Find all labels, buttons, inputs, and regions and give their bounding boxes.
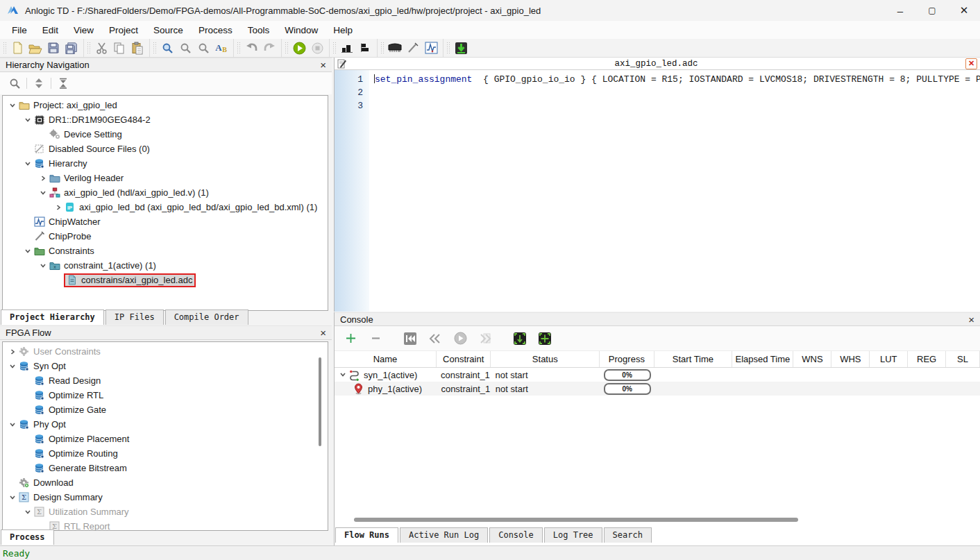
cut-button[interactable] [93, 40, 110, 56]
skip-to-start-button[interactable] [400, 330, 421, 348]
fpga-flow-close-icon[interactable]: × [320, 328, 326, 338]
save-button[interactable] [45, 40, 62, 56]
tree-item[interactable]: xconstraint_1(active) (1) [3, 258, 328, 273]
chevron-right-icon[interactable] [7, 348, 18, 355]
menu-view[interactable]: View [66, 23, 101, 37]
tree-item[interactable]: ChipWatcher [3, 214, 328, 229]
chevron-down-icon[interactable] [7, 363, 18, 370]
tree-item[interactable]: Optimize Gate [3, 402, 328, 417]
close-button[interactable]: ✕ [948, 0, 980, 21]
column-header-sl[interactable]: SL [946, 351, 980, 367]
tab-flow-runs[interactable]: Flow Runs [335, 527, 398, 543]
tree-item[interactable]: ΣUtilization Summary [3, 504, 328, 519]
tree-item[interactable]: IPaxi_gpio_led_bd (axi_gpio_led_bd/axi_g… [3, 200, 328, 214]
tree-item[interactable]: Optimize Routing [3, 446, 328, 461]
save-all-button[interactable] [63, 40, 80, 56]
zoom-button[interactable] [159, 40, 176, 56]
tree-item[interactable]: Verilog Header [3, 171, 328, 185]
chevron-down-icon[interactable] [7, 102, 18, 109]
tree-item[interactable]: Project: axi_gpio_led [3, 98, 328, 112]
menu-help[interactable]: Help [326, 23, 360, 37]
column-header-reg[interactable]: REG [908, 351, 946, 367]
column-header-name[interactable]: Name [335, 351, 437, 367]
tree-item[interactable]: Device Setting [3, 127, 328, 142]
run-selected-button[interactable] [509, 330, 530, 348]
chevron-down-icon[interactable] [37, 262, 49, 269]
step-back-button[interactable] [425, 330, 446, 348]
tab-ip-files[interactable]: IP Files [105, 309, 164, 325]
column-header-progress[interactable]: Progress [600, 351, 654, 367]
redo-button[interactable] [261, 40, 278, 56]
table-row[interactable]: syn_1(active)constraint_1not start0% [335, 368, 980, 382]
chevron-down-icon[interactable] [7, 494, 18, 501]
menu-window[interactable]: Window [277, 23, 326, 37]
chevron-down-icon[interactable] [22, 248, 33, 255]
tab-active-run-log[interactable]: Active Run Log [400, 527, 488, 543]
copy-button[interactable] [111, 40, 128, 56]
paste-button[interactable] [129, 40, 146, 56]
column-header-wns[interactable]: WNS [793, 351, 831, 367]
fpga-flow-scrollbar[interactable] [319, 357, 321, 446]
tree-item[interactable]: Generate Bitstream [3, 461, 328, 475]
chip-tool-button[interactable] [387, 40, 403, 56]
column-header-start-time[interactable]: Start Time [654, 351, 733, 367]
remove-run-button[interactable] [365, 330, 386, 348]
menu-edit[interactable]: Edit [35, 23, 66, 37]
chevron-down-icon[interactable] [22, 160, 33, 167]
chevron-right-icon[interactable] [53, 204, 64, 211]
tree-item[interactable]: Optimize RTL [3, 388, 328, 402]
tab-project-hierarchy[interactable]: Project Hierarchy [1, 309, 104, 325]
tree-item[interactable]: Hierarchy [3, 156, 328, 171]
step-forward-button[interactable] [475, 330, 496, 348]
maximize-button[interactable]: ▢ [916, 0, 948, 21]
column-header-elapsed-time[interactable]: Elapsed Time [732, 351, 793, 367]
waveform-tool-button[interactable] [423, 40, 439, 56]
tree-item[interactable]: constrains/axi_gpio_led.adc [3, 273, 328, 287]
tab-compile-order[interactable]: Compile Order [165, 309, 248, 325]
probe-tool-button[interactable] [405, 40, 421, 56]
column-header-status[interactable]: Status [491, 351, 600, 367]
code-area[interactable]: set_pin_assignment { GPIO_gpio_io_io } {… [369, 70, 980, 312]
tree-item[interactable]: DR1::DR1M90GEG484-2 [3, 112, 328, 127]
expand-sort-button[interactable] [31, 76, 47, 91]
stop-button[interactable] [309, 40, 326, 56]
undo-button[interactable] [243, 40, 260, 56]
menu-project[interactable]: Project [101, 23, 146, 37]
hierarchy-close-icon[interactable]: × [320, 60, 326, 70]
tree-item[interactable]: Disabled Source Files (0) [3, 142, 328, 156]
download-tool-button[interactable] [453, 40, 469, 56]
column-header-whs[interactable]: WHS [831, 351, 870, 367]
tree-item[interactable]: Syn Opt [3, 359, 328, 373]
menu-tools[interactable]: Tools [240, 23, 278, 37]
editor-close-icon[interactable]: ✕ [965, 58, 977, 69]
tree-item[interactable]: ChipProbe [3, 229, 328, 244]
column-header-constraint[interactable]: Constraint [437, 351, 491, 367]
column-header-lut[interactable]: LUT [870, 351, 908, 367]
console-hscrollbar[interactable] [354, 518, 798, 522]
chevron-down-icon[interactable] [7, 421, 18, 428]
menu-source[interactable]: Source [146, 23, 191, 37]
chevron-down-icon[interactable] [22, 509, 33, 516]
find-replace-button[interactable]: AB [213, 40, 230, 56]
chevron-down-icon[interactable] [337, 371, 348, 378]
collapse-all-button[interactable] [55, 76, 71, 91]
tree-item[interactable]: Phy Opt [3, 417, 328, 432]
tree-item[interactable]: Optimize Placement [3, 432, 328, 446]
chevron-right-icon[interactable] [37, 175, 49, 182]
add-run-button[interactable] [340, 330, 361, 348]
run-all-button[interactable] [534, 330, 555, 348]
menu-file[interactable]: File [4, 23, 35, 37]
tab-console[interactable]: Console [489, 527, 543, 543]
menu-process[interactable]: Process [191, 23, 240, 37]
tree-item[interactable]: Read Design [3, 373, 328, 388]
find-previous-button[interactable] [177, 40, 194, 56]
run-button[interactable] [291, 40, 307, 56]
tree-item[interactable]: ΣDesign Summary [3, 490, 328, 504]
report-area-button[interactable] [339, 40, 355, 56]
table-row[interactable]: phy_1(active)constraint_1not start0% [335, 382, 980, 396]
find-next-button[interactable] [195, 40, 212, 56]
tree-item[interactable]: Constraints [3, 244, 328, 258]
minimize-button[interactable]: – [884, 0, 916, 21]
tree-item[interactable]: User Constraints [3, 344, 328, 359]
tab-search[interactable]: Search [604, 527, 652, 543]
